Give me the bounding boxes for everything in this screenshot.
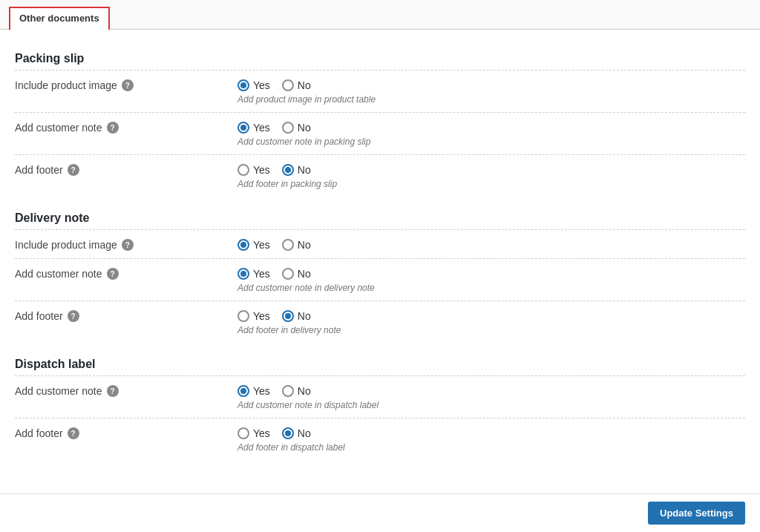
yes-radio-dl-add-footer[interactable] [238,427,249,439]
yes-radio-label-dn-include-product-image[interactable]: Yes [238,239,270,251]
section-table-packing-slip: Include product image?YesNoAdd product i… [15,70,745,197]
yes-radio-text-dn-include-product-image: Yes [253,239,270,251]
footer-bar: Update Settings [0,493,760,532]
no-radio-dn-include-product-image[interactable] [282,239,294,251]
yes-radio-dl-add-customer-note[interactable] [238,385,249,397]
yes-radio-text-ps-add-customer-note: Yes [253,122,270,134]
help-icon-dn-add-footer[interactable]: ? [68,310,79,322]
radio-group-dl-add-footer: YesNo [238,426,745,439]
yes-radio-ps-add-customer-note[interactable] [238,122,249,134]
field-label-dl-add-customer-note: Add customer note? [15,385,223,397]
no-radio-text-dl-add-customer-note: No [298,385,311,397]
yes-radio-text-ps-include-product-image: Yes [253,79,270,91]
hint-text-dn-add-customer-note: Add customer note in delivery note [238,283,745,293]
no-radio-label-dn-include-product-image[interactable]: No [282,239,311,251]
radio-group-ps-add-footer: YesNo [238,162,745,176]
help-icon-dl-add-customer-note[interactable]: ? [107,385,119,397]
field-row-dn-include-product-image: Include product image?YesNo [15,230,745,258]
help-icon-dl-add-footer[interactable]: ? [68,427,79,439]
no-radio-ps-add-footer[interactable] [282,164,294,176]
field-label-dn-add-footer: Add footer? [15,310,223,322]
no-radio-dl-add-footer[interactable] [282,427,294,439]
field-row-ps-include-product-image: Include product image?YesNoAdd product i… [15,70,745,112]
no-radio-ps-include-product-image[interactable] [282,79,294,91]
field-row-dn-add-footer: Add footer?YesNoAdd footer in delivery n… [15,301,745,343]
yes-radio-label-ps-add-customer-note[interactable]: Yes [238,122,270,134]
field-label-text-ps-add-footer: Add footer [15,164,63,176]
hint-text-ps-add-customer-note: Add customer note in packing slip [238,137,745,147]
field-label-dn-add-customer-note: Add customer note? [15,268,223,280]
field-label-text-ps-add-customer-note: Add customer note [15,122,102,134]
field-row-dl-add-footer: Add footer?YesNoAdd footer in dispatch l… [15,418,745,460]
yes-radio-dn-include-product-image[interactable] [238,239,249,251]
radio-group-dn-add-customer-note: YesNo [238,266,745,280]
yes-radio-text-dl-add-footer: Yes [253,427,270,439]
no-radio-text-dn-add-footer: No [298,310,311,322]
help-icon-dn-add-customer-note[interactable]: ? [107,268,119,280]
no-radio-label-dl-add-customer-note[interactable]: No [282,385,311,397]
help-icon-ps-add-footer[interactable]: ? [68,164,79,176]
field-label-text-dl-add-customer-note: Add customer note [15,385,102,397]
yes-radio-dn-add-customer-note[interactable] [238,268,249,280]
yes-radio-label-ps-include-product-image[interactable]: Yes [238,79,270,91]
page-wrapper: Other documents Packing slipInclude prod… [0,0,760,532]
hint-text-ps-include-product-image: Add product image in product table [238,94,745,105]
other-documents-tab[interactable]: Other documents [9,7,110,30]
field-label-ps-include-product-image: Include product image? [15,79,223,91]
no-radio-dl-add-customer-note[interactable] [282,385,294,397]
tab-bar: Other documents [0,0,760,30]
yes-radio-dn-add-footer[interactable] [238,310,249,322]
field-label-text-ps-include-product-image: Include product image [15,79,117,91]
radio-group-dl-add-customer-note: YesNo [238,384,745,397]
radio-group-ps-add-customer-note: YesNo [238,120,745,134]
no-radio-ps-add-customer-note[interactable] [282,122,294,134]
field-row-ps-add-customer-note: Add customer note?YesNoAdd customer note… [15,113,745,154]
section-title-dispatch-label: Dispatch label [15,350,745,375]
yes-radio-ps-add-footer[interactable] [238,164,249,176]
yes-radio-text-ps-add-footer: Yes [253,164,270,176]
no-radio-text-ps-include-product-image: No [298,79,311,91]
yes-radio-label-ps-add-footer[interactable]: Yes [238,164,270,176]
help-icon-ps-include-product-image[interactable]: ? [122,79,134,91]
no-radio-label-dn-add-footer[interactable]: No [282,310,311,322]
yes-radio-label-dl-add-customer-note[interactable]: Yes [238,385,270,397]
no-radio-text-ps-add-customer-note: No [298,122,311,134]
field-label-text-dl-add-footer: Add footer [15,427,63,439]
no-radio-label-dl-add-footer[interactable]: No [282,427,311,439]
section-title-delivery-note: Delivery note [15,204,745,229]
no-radio-label-dn-add-customer-note[interactable]: No [282,268,311,280]
help-icon-dn-include-product-image[interactable]: ? [122,239,134,251]
update-settings-button[interactable]: Update Settings [648,502,745,525]
field-label-text-dn-add-customer-note: Add customer note [15,268,102,280]
section-table-delivery-note: Include product image?YesNoAdd customer … [15,230,745,343]
no-radio-text-dl-add-footer: No [298,427,311,439]
field-label-ps-add-footer: Add footer? [15,164,223,176]
no-radio-label-ps-add-customer-note[interactable]: No [282,122,311,134]
no-radio-dn-add-customer-note[interactable] [282,268,294,280]
yes-radio-text-dn-add-customer-note: Yes [253,268,270,280]
section-title-packing-slip: Packing slip [15,45,745,70]
no-radio-text-dn-include-product-image: No [298,239,311,251]
content-area: Packing slipInclude product image?YesNoA… [0,30,760,519]
help-icon-ps-add-customer-note[interactable]: ? [107,122,119,134]
yes-radio-ps-include-product-image[interactable] [238,79,249,91]
no-radio-dn-add-footer[interactable] [282,310,294,322]
no-radio-label-ps-include-product-image[interactable]: No [282,79,311,91]
yes-radio-text-dn-add-footer: Yes [253,310,270,322]
field-label-dl-add-footer: Add footer? [15,427,223,439]
radio-group-dn-add-footer: YesNo [238,309,745,322]
field-label-text-dn-include-product-image: Include product image [15,239,117,251]
yes-radio-label-dn-add-customer-note[interactable]: Yes [238,268,270,280]
field-label-dn-include-product-image: Include product image? [15,239,223,251]
yes-radio-label-dl-add-footer[interactable]: Yes [238,427,270,439]
hint-text-dl-add-customer-note: Add customer note in dispatch label [238,400,745,410]
field-label-ps-add-customer-note: Add customer note? [15,122,223,134]
radio-group-dn-include-product-image: YesNo [238,237,745,251]
no-radio-label-ps-add-footer[interactable]: No [282,164,311,176]
yes-radio-label-dn-add-footer[interactable]: Yes [238,310,270,322]
section-table-dispatch-label: Add customer note?YesNoAdd customer note… [15,376,745,460]
hint-text-ps-add-footer: Add footer in packing slip [238,179,745,189]
field-row-dn-add-customer-note: Add customer note?YesNoAdd customer note… [15,259,745,301]
field-label-text-dn-add-footer: Add footer [15,310,63,322]
hint-text-dl-add-footer: Add footer in dispatch label [238,442,745,453]
